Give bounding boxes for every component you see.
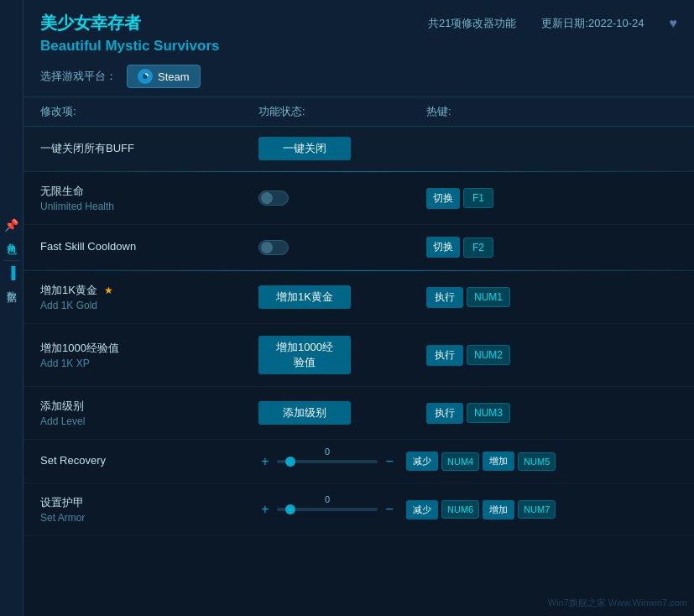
slider-track-armor[interactable] bbox=[277, 508, 378, 511]
sidebar-tab-data[interactable]: 数据 bbox=[4, 283, 18, 286]
slider-thumb-armor[interactable] bbox=[285, 504, 295, 514]
col-mod-item: 修改项: bbox=[40, 104, 258, 119]
name-block-set-armor: 设置护甲 Set Armor bbox=[40, 495, 258, 524]
sidebar-tab-character[interactable]: 角色 bbox=[4, 235, 18, 238]
toggle-fast-skill[interactable] bbox=[258, 240, 426, 255]
exec-btn-add-xp[interactable]: 增加1000经验值 bbox=[258, 336, 426, 374]
item-en-set-armor: Set Armor bbox=[40, 512, 258, 524]
toggle-switch-unlimited-health[interactable] bbox=[258, 191, 289, 206]
dec-key-recovery: NUM4 bbox=[441, 452, 479, 471]
table-header: 修改项: 功能状态: 热键: bbox=[23, 97, 694, 127]
steam-label: Steam bbox=[158, 70, 190, 83]
oneclick-row: 一键关闭所有BUFF 一键关闭 bbox=[23, 127, 694, 171]
item-en-add-level: Add Level bbox=[40, 415, 258, 427]
row-add-level: 添加级别 Add Level 添加级别 执行 NUM3 bbox=[23, 387, 694, 440]
item-cn-set-armor: 设置护甲 bbox=[40, 495, 258, 510]
name-block-add-gold: 增加1K黄金 ★ Add 1K Gold bbox=[40, 283, 258, 311]
slider-hotkeys-recovery: 减少 NUM4 增加 NUM5 bbox=[406, 452, 556, 471]
slider-plus-armor[interactable]: + bbox=[258, 502, 272, 517]
platform-row: 选择游戏平台： Steam bbox=[40, 65, 677, 88]
hotkey-unlimited-health: 切换 F1 bbox=[426, 188, 677, 209]
item-cn-add-level: 添加级别 bbox=[40, 399, 258, 414]
hotkey-fast-skill: 切换 F2 bbox=[426, 237, 677, 258]
dec-label-recovery[interactable]: 减少 bbox=[406, 452, 438, 471]
header-top: 美少女幸存者 共21项修改器功能 更新日期:2022-10-24 ♥ bbox=[40, 12, 677, 34]
toggle-knob-fast-skill bbox=[261, 242, 273, 253]
slider-wrap-armor: 0 bbox=[277, 508, 378, 511]
item-cn-add-gold: 增加1K黄金 ★ bbox=[40, 283, 258, 298]
row-unlimited-health: 无限生命 Unlimited Health 切换 F1 bbox=[23, 172, 694, 225]
exec-btn-add-gold[interactable]: 增加1K黄金 bbox=[258, 285, 426, 309]
add-xp-exec-button[interactable]: 增加1000经验值 bbox=[258, 336, 351, 374]
exec-key-add-level: NUM3 bbox=[467, 403, 510, 423]
main-container: 📌 角色 ▐ 数据 美少女幸存者 共21项修改器功能 更新日期:2022-10-… bbox=[0, 0, 694, 616]
slider-controls-set-recovery: + 0 − 减少 NUM4 增加 NUM5 bbox=[258, 452, 677, 471]
slider-minus-recovery[interactable]: − bbox=[383, 454, 396, 469]
name-block-add-level: 添加级别 Add Level bbox=[40, 399, 258, 427]
exec-label-add-xp[interactable]: 执行 bbox=[426, 345, 463, 366]
slider-value-recovery: 0 bbox=[325, 446, 330, 457]
row-add-xp: 增加1000经验值 Add 1K XP 增加1000经验值 执行 NUM2 bbox=[23, 324, 694, 387]
header-meta: 共21项修改器功能 更新日期:2022-10-24 ♥ bbox=[428, 16, 677, 31]
slider-thumb-recovery[interactable] bbox=[285, 457, 295, 467]
header: 美少女幸存者 共21项修改器功能 更新日期:2022-10-24 ♥ Beaut… bbox=[23, 0, 694, 97]
platform-label: 选择游戏平台： bbox=[40, 69, 117, 84]
slider-hotkeys-armor: 减少 NUM6 增加 NUM7 bbox=[406, 500, 556, 519]
sidebar-divider bbox=[3, 260, 20, 261]
slider-wrap-recovery: 0 bbox=[277, 460, 378, 463]
item-cn-fast-skill: Fast Skill Cooldown bbox=[40, 240, 258, 253]
add-level-exec-button[interactable]: 添加级别 bbox=[258, 401, 351, 425]
inc-label-armor[interactable]: 增加 bbox=[483, 500, 514, 519]
toggle-knob-unlimited-health bbox=[261, 192, 273, 204]
col-hotkey: 热键: bbox=[426, 104, 677, 119]
sidebar-section-character[interactable]: 📌 角色 bbox=[4, 218, 18, 238]
sidebar: 📌 角色 ▐ 数据 bbox=[0, 0, 23, 616]
exec-key-add-xp: NUM2 bbox=[467, 345, 510, 365]
name-block-unlimited-health: 无限生命 Unlimited Health bbox=[40, 184, 258, 212]
item-en-unlimited-health: Unlimited Health bbox=[40, 201, 258, 212]
update-date: 更新日期:2022-10-24 bbox=[541, 16, 644, 31]
exec-label-add-level[interactable]: 执行 bbox=[426, 403, 463, 424]
star-icon-add-gold: ★ bbox=[104, 285, 113, 296]
name-block-set-recovery: Set Recovery bbox=[40, 454, 258, 468]
oneclick-name: 一键关闭所有BUFF bbox=[40, 141, 258, 156]
sidebar-section-data[interactable]: ▐ 数据 bbox=[4, 266, 18, 286]
item-cn-set-recovery: Set Recovery bbox=[40, 454, 258, 467]
hotkey-key-fast-skill: F2 bbox=[463, 238, 493, 258]
slider-minus-armor[interactable]: − bbox=[383, 502, 396, 517]
steam-platform-button[interactable]: Steam bbox=[127, 65, 201, 88]
game-title-cn: 美少女幸存者 bbox=[40, 12, 141, 34]
hotkey-label-fast-skill[interactable]: 切换 bbox=[426, 237, 460, 258]
col-func-status: 功能状态: bbox=[258, 104, 426, 119]
content-area: 美少女幸存者 共21项修改器功能 更新日期:2022-10-24 ♥ Beaut… bbox=[23, 0, 694, 616]
oneclick-status: 一键关闭 bbox=[258, 137, 426, 160]
toggle-switch-fast-skill[interactable] bbox=[258, 240, 289, 255]
hotkey-label-unlimited-health[interactable]: 切换 bbox=[426, 188, 460, 209]
item-en-add-xp: Add 1K XP bbox=[40, 358, 258, 369]
slider-controls-set-armor: + 0 − 减少 NUM6 增加 NUM7 bbox=[258, 500, 677, 519]
add-gold-exec-button[interactable]: 增加1K黄金 bbox=[258, 285, 351, 309]
exec-key-add-gold: NUM1 bbox=[467, 287, 510, 307]
mod-count: 共21项修改器功能 bbox=[428, 16, 516, 31]
name-block-add-xp: 增加1000经验值 Add 1K XP bbox=[40, 341, 258, 369]
rows-area: 一键关闭所有BUFF 一键关闭 无限生命 Unlimited Health bbox=[23, 127, 694, 616]
game-title-en: Beautiful Mystic Survivors bbox=[40, 38, 677, 55]
item-cn-unlimited-health: 无限生命 bbox=[40, 184, 258, 199]
exec-btn-add-level[interactable]: 添加级别 bbox=[258, 401, 426, 425]
dec-label-armor[interactable]: 减少 bbox=[406, 500, 438, 519]
slider-track-recovery[interactable] bbox=[277, 460, 378, 463]
item-en-add-gold: Add 1K Gold bbox=[40, 300, 258, 311]
toggle-unlimited-health[interactable] bbox=[258, 191, 426, 206]
slider-plus-recovery[interactable]: + bbox=[258, 454, 272, 469]
exec-label-add-gold[interactable]: 执行 bbox=[426, 287, 463, 308]
name-block-fast-skill: Fast Skill Cooldown bbox=[40, 240, 258, 254]
row-set-recovery: Set Recovery + 0 − 减少 NUM4 增加 bbox=[23, 440, 694, 483]
favorite-icon[interactable]: ♥ bbox=[670, 16, 678, 31]
data-icon: ▐ bbox=[8, 266, 16, 279]
inc-label-recovery[interactable]: 增加 bbox=[483, 452, 514, 471]
row-add-gold: 增加1K黄金 ★ Add 1K Gold 增加1K黄金 执行 NUM1 bbox=[23, 271, 694, 324]
steam-logo-icon bbox=[138, 69, 153, 84]
dec-key-armor: NUM6 bbox=[441, 500, 479, 519]
watermark: Win7旗舰之家 Www.Winwin7.com bbox=[548, 597, 687, 609]
oneclick-button[interactable]: 一键关闭 bbox=[258, 137, 351, 160]
